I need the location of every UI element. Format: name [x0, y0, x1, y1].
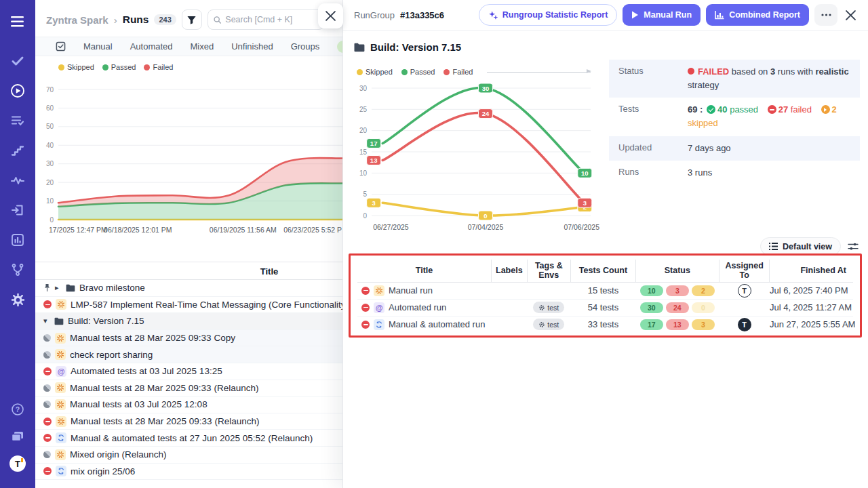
svg-text:0: 0 — [50, 216, 54, 224]
manual-run-button[interactable]: Manual Run — [623, 4, 701, 26]
legend-failed[interactable]: Failed — [443, 68, 473, 76]
column-header-tests-count[interactable]: Tests Count — [571, 260, 636, 282]
column-header-tags-envs[interactable]: Tags & Envs — [527, 260, 571, 282]
legend-passed[interactable]: Passed — [401, 68, 435, 76]
runs-list: Title ▸Bravo milestoneLMP-587 Implement … — [35, 262, 342, 480]
user-avatar[interactable]: T — [5, 451, 30, 476]
import-icon[interactable] — [5, 198, 30, 222]
tab-unfinished[interactable]: Unfinished — [231, 41, 273, 52]
run-list-item[interactable]: Manual & automated tests at 27 Jun 2025 … — [35, 430, 342, 447]
run-list-item[interactable]: ▸Bravo milestone — [35, 280, 342, 297]
svg-text:17/2025 12:47 PM: 17/2025 12:47 PM — [49, 226, 107, 234]
assignee-avatar: T — [738, 284, 751, 298]
run-list-item[interactable]: LMP-587 Implement Real-Time Chat Messagi… — [35, 297, 342, 314]
select-runs-icon[interactable] — [56, 41, 66, 52]
analytics-icon[interactable] — [5, 228, 30, 252]
automated-run-icon: @ — [56, 366, 66, 377]
column-header-title[interactable]: Title — [357, 260, 492, 282]
default-view-button[interactable]: Default view — [760, 237, 841, 256]
search-icon — [214, 16, 222, 24]
table-settings-icon[interactable] — [848, 242, 859, 251]
tab-mixed[interactable]: Mixed — [191, 41, 214, 52]
table-row[interactable]: @Automated runtest54 tests30240Jul 4, 20… — [357, 299, 853, 316]
table-row[interactable]: Manual & automated runtest33 tests17133T… — [357, 316, 853, 333]
info-row-updated: Updated 7 days ago — [609, 136, 860, 161]
run-list-item[interactable]: Mixed origin (Relaunch) — [35, 447, 342, 464]
run-list-item[interactable]: Manual tests at 28 Mar 2025 09:33 (Relau… — [35, 413, 342, 430]
skipped-count-pill: 2 — [692, 285, 715, 296]
settings-icon[interactable] — [5, 287, 30, 312]
folder-icon — [54, 317, 64, 325]
combined-report-button[interactable]: Combined Report — [706, 4, 809, 26]
column-header-finished-at[interactable]: Finished At — [770, 260, 853, 282]
branches-icon[interactable] — [5, 258, 30, 282]
activity-icon[interactable] — [5, 168, 30, 192]
projects-icon[interactable] — [5, 424, 30, 449]
search-box[interactable] — [208, 9, 324, 30]
svg-text:10: 10 — [359, 169, 368, 177]
plans-icon[interactable] — [5, 108, 30, 133]
group-title: Build: Version 7.15 — [343, 30, 868, 53]
menu-icon[interactable] — [5, 9, 30, 34]
manual-run-icon — [55, 382, 66, 393]
workspace-tag[interactable]: test work — [337, 41, 342, 53]
assignee-avatar: T — [738, 318, 751, 331]
caret-down-icon[interactable]: ▾ — [43, 317, 50, 325]
runs-chart-legend: SkippedPassedFailed — [35, 56, 342, 71]
svg-text:?: ? — [16, 405, 20, 413]
column-header-status[interactable]: Status — [635, 260, 719, 282]
breadcrumb-project[interactable]: Zyntra Spark — [46, 14, 108, 26]
search-input[interactable] — [225, 15, 318, 24]
tests-count-cell: 15 tests — [571, 282, 636, 299]
manual-run-icon — [55, 449, 66, 460]
drawer-close-icon[interactable] — [843, 7, 859, 23]
table-row[interactable]: Manual run15 tests1032TJul 6, 2025 7:40 … — [357, 282, 853, 299]
failed-count-pill: 3 — [666, 285, 689, 296]
run-title: Mixed origin (Relaunch) — [70, 449, 167, 460]
tag-pill[interactable]: test — [533, 302, 564, 313]
run-list-item[interactable]: ▾Build: Version 7.15 — [35, 313, 342, 330]
status-cell: 17133 — [635, 316, 719, 333]
manual-run-icon — [56, 299, 66, 310]
svg-text:70: 70 — [46, 86, 54, 94]
failed-status-icon — [43, 367, 52, 375]
tab-groups[interactable]: Groups — [291, 41, 320, 52]
pin-icon[interactable] — [43, 283, 51, 292]
run-list-item[interactable]: mix origin 25/06 — [35, 464, 342, 481]
failed-status-icon — [43, 418, 52, 426]
caret-right-icon[interactable]: ▸ — [55, 283, 62, 292]
legend-passed[interactable]: Passed — [102, 63, 136, 71]
drawer-close-button[interactable] — [318, 3, 343, 28]
runs-icon[interactable] — [5, 79, 30, 103]
run-list-item[interactable]: @Automated tests at 03 Jul 2025 13:25 — [35, 363, 342, 380]
tag-pill[interactable]: test — [533, 319, 564, 330]
legend-skipped[interactable]: Skipped — [58, 63, 94, 71]
breadcrumb-page[interactable]: Runs — [123, 14, 149, 26]
run-list-item[interactable]: Manual tests at 28 Mar 2025 09:33 (Relau… — [35, 380, 342, 397]
run-list-item[interactable]: check report sharing — [35, 346, 342, 363]
column-header-assigned-to[interactable]: Assigned To — [719, 260, 770, 282]
tests-icon[interactable] — [5, 49, 30, 73]
run-list-item[interactable]: Manual tests at 28 Mar 2025 09:33 Copy — [35, 330, 342, 347]
column-header-labels[interactable]: Labels — [492, 260, 527, 282]
svg-text:06/18/2025 12:01 PM: 06/18/2025 12:01 PM — [104, 226, 172, 234]
tab-manual[interactable]: Manual — [83, 41, 113, 52]
failed-status-icon — [361, 304, 370, 312]
milestones-icon[interactable] — [5, 138, 30, 163]
svg-text:30: 30 — [359, 85, 368, 92]
run-list-item[interactable]: Manual tests at 03 Jul 2025 12:08 — [35, 396, 342, 413]
help-icon[interactable]: ? — [5, 397, 30, 422]
unfinished-status-icon — [43, 351, 51, 359]
svg-text:10: 10 — [581, 169, 589, 177]
rungroup-statistic-report-button[interactable]: Rungroup Statistic Report — [479, 4, 618, 26]
filter-button[interactable] — [182, 9, 202, 30]
tab-automated[interactable]: Automated — [130, 41, 173, 52]
legend-failed[interactable]: Failed — [144, 63, 173, 71]
more-actions-button[interactable] — [814, 4, 837, 26]
svg-text:50: 50 — [46, 123, 54, 130]
svg-text:20: 20 — [359, 127, 368, 134]
failed-status-icon — [43, 300, 52, 308]
assigned-to-cell — [719, 299, 770, 316]
legend-skipped[interactable]: Skipped — [357, 68, 393, 76]
mixed-run-icon — [56, 466, 66, 476]
